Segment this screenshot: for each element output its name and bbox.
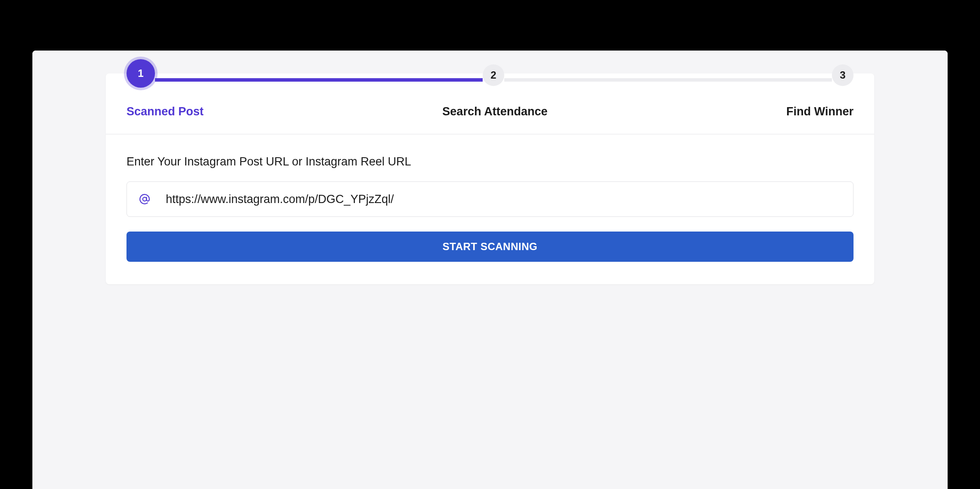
stepper: 1 2 3 bbox=[106, 73, 874, 88]
step-1-label: Scanned Post bbox=[126, 105, 204, 118]
at-icon bbox=[139, 194, 150, 205]
step-1-number: 1 bbox=[138, 67, 143, 79]
step-3-label: Find Winner bbox=[786, 105, 854, 118]
step-labels: Scanned Post Search Attendance Find Winn… bbox=[106, 88, 874, 134]
step-3-number: 3 bbox=[840, 69, 845, 81]
step-1-circle[interactable]: 1 bbox=[126, 59, 155, 88]
page-container: 1 2 3 Scanned Post Search Attendance Fin… bbox=[32, 51, 948, 489]
step-2-number: 2 bbox=[490, 69, 496, 81]
instruction-text: Enter Your Instagram Post URL or Instagr… bbox=[126, 155, 854, 168]
form-content: Enter Your Instagram Post URL or Instagr… bbox=[106, 134, 874, 284]
url-input-wrapper[interactable] bbox=[126, 181, 854, 217]
connector-2-3 bbox=[504, 78, 832, 82]
connector-1-2 bbox=[155, 78, 483, 82]
wizard-card: 1 2 3 Scanned Post Search Attendance Fin… bbox=[106, 73, 874, 284]
step-2-label: Search Attendance bbox=[204, 105, 787, 118]
step-2-circle[interactable]: 2 bbox=[483, 64, 504, 86]
svg-point-0 bbox=[143, 197, 147, 201]
start-scanning-button[interactable]: START SCANNING bbox=[126, 232, 854, 262]
step-3-circle[interactable]: 3 bbox=[832, 64, 854, 86]
url-input[interactable] bbox=[166, 193, 841, 206]
